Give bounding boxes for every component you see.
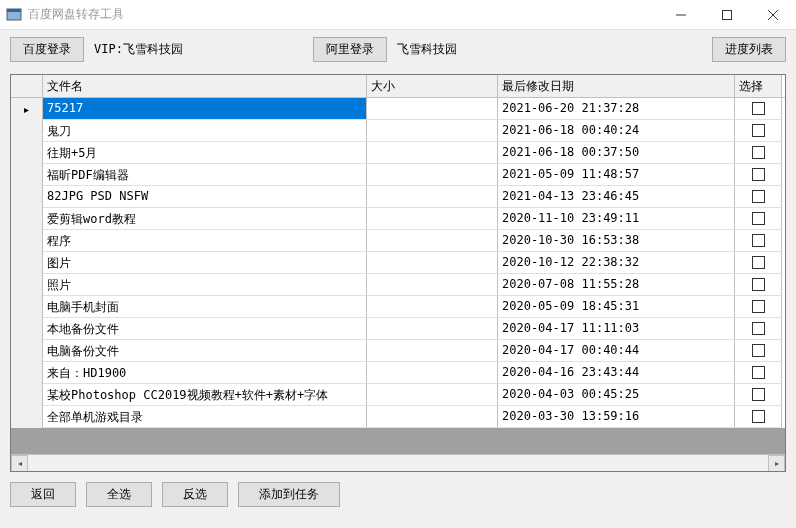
cell-select[interactable] bbox=[735, 98, 782, 120]
cell-date: 2020-11-10 23:49:11 bbox=[498, 208, 735, 230]
progress-list-button[interactable]: 进度列表 bbox=[712, 37, 786, 62]
baidu-login-button[interactable]: 百度登录 bbox=[10, 37, 84, 62]
cell-filename[interactable]: 爱剪辑word教程 bbox=[43, 208, 367, 230]
checkbox[interactable] bbox=[752, 278, 765, 291]
cell-select[interactable] bbox=[735, 362, 782, 384]
checkbox[interactable] bbox=[752, 124, 765, 137]
ali-login-button[interactable]: 阿里登录 bbox=[313, 37, 387, 62]
table-row[interactable]: 82JPG PSD NSFW2021-04-13 23:46:45 bbox=[11, 186, 785, 208]
cell-filename[interactable]: 福昕PDF编辑器 bbox=[43, 164, 367, 186]
cell-select[interactable] bbox=[735, 406, 782, 428]
cell-filename[interactable]: 75217 bbox=[43, 98, 367, 120]
cell-select[interactable] bbox=[735, 274, 782, 296]
table-row[interactable]: 某校Photoshop CC2019视频教程+软件+素材+字体2020-04-0… bbox=[11, 384, 785, 406]
table-row[interactable]: 752172021-06-20 21:37:28 bbox=[11, 98, 785, 120]
column-header-select[interactable]: 选择 bbox=[735, 75, 782, 97]
file-grid: 文件名 大小 最后修改日期 选择 752172021-06-20 21:37:2… bbox=[10, 74, 786, 472]
cell-select[interactable] bbox=[735, 252, 782, 274]
cell-select[interactable] bbox=[735, 120, 782, 142]
close-button[interactable] bbox=[750, 0, 796, 29]
cell-size bbox=[367, 142, 498, 164]
scroll-left-button[interactable]: ◂ bbox=[11, 455, 28, 472]
grid-body: 752172021-06-20 21:37:28鬼刀2021-06-18 00:… bbox=[11, 98, 785, 454]
cell-select[interactable] bbox=[735, 230, 782, 252]
table-row[interactable]: 来自：HD19002020-04-16 23:43:44 bbox=[11, 362, 785, 384]
cell-size bbox=[367, 98, 498, 120]
invert-selection-button[interactable]: 反选 bbox=[162, 482, 228, 507]
cell-date: 2020-04-16 23:43:44 bbox=[498, 362, 735, 384]
cell-select[interactable] bbox=[735, 208, 782, 230]
cell-select[interactable] bbox=[735, 296, 782, 318]
cell-select[interactable] bbox=[735, 142, 782, 164]
vip-label: VIP:飞雪科技园 bbox=[94, 41, 183, 58]
svg-rect-3 bbox=[723, 10, 732, 19]
column-header-name[interactable]: 文件名 bbox=[43, 75, 367, 97]
cell-filename[interactable]: 程序 bbox=[43, 230, 367, 252]
table-row[interactable]: 爱剪辑word教程2020-11-10 23:49:11 bbox=[11, 208, 785, 230]
scroll-right-button[interactable]: ▸ bbox=[768, 455, 785, 472]
checkbox[interactable] bbox=[752, 388, 765, 401]
cell-filename[interactable]: 往期+5月 bbox=[43, 142, 367, 164]
cell-date: 2020-04-03 00:45:25 bbox=[498, 384, 735, 406]
checkbox[interactable] bbox=[752, 102, 765, 115]
add-to-task-button[interactable]: 添加到任务 bbox=[238, 482, 340, 507]
cell-date: 2021-06-18 00:40:24 bbox=[498, 120, 735, 142]
cell-filename[interactable]: 照片 bbox=[43, 274, 367, 296]
cell-filename[interactable]: 电脑手机封面 bbox=[43, 296, 367, 318]
cell-select[interactable] bbox=[735, 384, 782, 406]
cell-filename[interactable]: 鬼刀 bbox=[43, 120, 367, 142]
table-row[interactable]: 福昕PDF编辑器2021-05-09 11:48:57 bbox=[11, 164, 785, 186]
scroll-track[interactable] bbox=[28, 455, 768, 472]
table-row[interactable]: 往期+5月2021-06-18 00:37:50 bbox=[11, 142, 785, 164]
checkbox[interactable] bbox=[752, 168, 765, 181]
checkbox[interactable] bbox=[752, 256, 765, 269]
cell-filename[interactable]: 全部单机游戏目录 bbox=[43, 406, 367, 428]
row-indicator bbox=[11, 274, 43, 296]
checkbox[interactable] bbox=[752, 212, 765, 225]
minimize-button[interactable] bbox=[658, 0, 704, 29]
back-button[interactable]: 返回 bbox=[10, 482, 76, 507]
checkbox[interactable] bbox=[752, 300, 765, 313]
row-indicator bbox=[11, 362, 43, 384]
window-controls bbox=[658, 0, 796, 29]
cell-filename[interactable]: 图片 bbox=[43, 252, 367, 274]
cell-select[interactable] bbox=[735, 318, 782, 340]
cell-date: 2021-04-13 23:46:45 bbox=[498, 186, 735, 208]
checkbox[interactable] bbox=[752, 234, 765, 247]
table-row[interactable]: 程序2020-10-30 16:53:38 bbox=[11, 230, 785, 252]
checkbox[interactable] bbox=[752, 410, 765, 423]
row-indicator bbox=[11, 208, 43, 230]
cell-filename[interactable]: 某校Photoshop CC2019视频教程+软件+素材+字体 bbox=[43, 384, 367, 406]
checkbox[interactable] bbox=[752, 366, 765, 379]
app-icon bbox=[6, 7, 22, 23]
table-row[interactable]: 照片2020-07-08 11:55:28 bbox=[11, 274, 785, 296]
cell-size bbox=[367, 208, 498, 230]
cell-filename[interactable]: 本地备份文件 bbox=[43, 318, 367, 340]
toolbar: 百度登录 VIP:飞雪科技园 阿里登录 飞雪科技园 进度列表 bbox=[0, 30, 796, 68]
table-row[interactable]: 电脑手机封面2020-05-09 18:45:31 bbox=[11, 296, 785, 318]
table-row[interactable]: 鬼刀2021-06-18 00:40:24 bbox=[11, 120, 785, 142]
row-indicator bbox=[11, 164, 43, 186]
cell-select[interactable] bbox=[735, 186, 782, 208]
column-header-date[interactable]: 最后修改日期 bbox=[498, 75, 735, 97]
maximize-button[interactable] bbox=[704, 0, 750, 29]
checkbox[interactable] bbox=[752, 146, 765, 159]
select-all-button[interactable]: 全选 bbox=[86, 482, 152, 507]
row-indicator bbox=[11, 296, 43, 318]
row-header-corner bbox=[11, 75, 43, 97]
cell-filename[interactable]: 电脑备份文件 bbox=[43, 340, 367, 362]
cell-filename[interactable]: 82JPG PSD NSFW bbox=[43, 186, 367, 208]
horizontal-scrollbar[interactable]: ◂ ▸ bbox=[11, 454, 785, 471]
column-header-size[interactable]: 大小 bbox=[367, 75, 498, 97]
checkbox[interactable] bbox=[752, 322, 765, 335]
cell-select[interactable] bbox=[735, 340, 782, 362]
cell-select[interactable] bbox=[735, 164, 782, 186]
table-row[interactable]: 全部单机游戏目录2020-03-30 13:59:16 bbox=[11, 406, 785, 428]
checkbox[interactable] bbox=[752, 344, 765, 357]
cell-filename[interactable]: 来自：HD1900 bbox=[43, 362, 367, 384]
table-row[interactable]: 图片2020-10-12 22:38:32 bbox=[11, 252, 785, 274]
checkbox[interactable] bbox=[752, 190, 765, 203]
table-row[interactable]: 本地备份文件2020-04-17 11:11:03 bbox=[11, 318, 785, 340]
table-row[interactable]: 电脑备份文件2020-04-17 00:40:44 bbox=[11, 340, 785, 362]
cell-date: 2020-10-12 22:38:32 bbox=[498, 252, 735, 274]
